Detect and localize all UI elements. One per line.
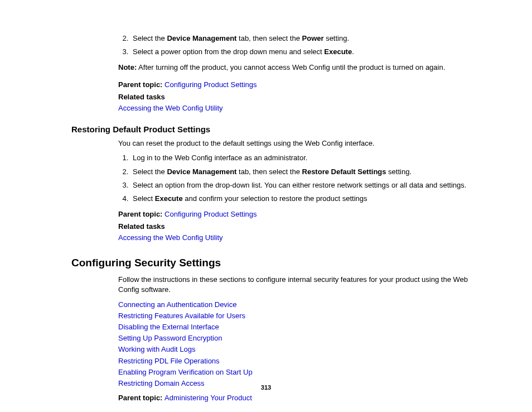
parent-topic-line: Parent topic: Configuring Product Settin… bbox=[118, 209, 476, 219]
related-task-link[interactable]: Accessing the Web Config Utility bbox=[118, 233, 223, 242]
steps-list-2: Log in to the Web Config interface as an… bbox=[118, 153, 476, 204]
related-tasks-heading: Related tasks bbox=[118, 222, 476, 232]
step-3: Select an option from the drop-down list… bbox=[130, 180, 476, 190]
text: . bbox=[352, 47, 354, 56]
bold: Restore Default Settings bbox=[302, 167, 386, 176]
parent-topic-label: Parent topic: bbox=[118, 394, 165, 402]
security-link[interactable]: Disabling the External Interface bbox=[118, 323, 219, 331]
related-task-link[interactable]: Accessing the Web Config Utility bbox=[118, 104, 223, 112]
text: tab, then select the bbox=[236, 167, 302, 176]
text: Select the bbox=[133, 34, 167, 42]
note-block: Note: After turning off the product, you… bbox=[118, 63, 476, 73]
related-tasks-heading: Related tasks bbox=[118, 92, 476, 102]
note-text: After turning off the product, you canno… bbox=[137, 63, 445, 71]
step-1: Log in to the Web Config interface as an… bbox=[130, 153, 476, 163]
step-4: Select Execute and confirm your selectio… bbox=[130, 194, 476, 204]
page-content: Select the Device Management tab, then s… bbox=[71, 33, 476, 403]
heading-restoring-defaults: Restoring Default Product Settings bbox=[71, 123, 476, 135]
section-restoring-defaults: You can reset the product to the default… bbox=[118, 138, 476, 243]
security-link[interactable]: Restricting PDL File Operations bbox=[118, 357, 220, 365]
text: Select a power option from the drop down… bbox=[133, 47, 324, 56]
steps-list-1: Select the Device Management tab, then s… bbox=[118, 33, 476, 57]
security-link[interactable]: Working with Audit Logs bbox=[118, 345, 196, 353]
page-number: 313 bbox=[0, 384, 532, 391]
parent-topic-link[interactable]: Administering Your Product bbox=[165, 394, 252, 402]
intro-text: Follow the instructions in these section… bbox=[118, 275, 476, 295]
bold: Device Management bbox=[167, 34, 236, 42]
section-power-steps: Select the Device Management tab, then s… bbox=[118, 33, 476, 113]
security-link[interactable]: Setting Up Password Encryption bbox=[118, 334, 222, 342]
bold: Device Management bbox=[167, 167, 236, 176]
note-label: Note: bbox=[118, 63, 137, 71]
text: tab, then select the bbox=[236, 34, 302, 42]
parent-topic-link[interactable]: Configuring Product Settings bbox=[165, 210, 257, 218]
text: setting. bbox=[324, 34, 350, 42]
document-page: Select the Device Management tab, then s… bbox=[0, 0, 532, 412]
security-link[interactable]: Connecting an Authentication Device bbox=[118, 300, 236, 309]
parent-topic-label: Parent topic: bbox=[118, 210, 165, 218]
security-link[interactable]: Restricting Features Available for Users bbox=[118, 312, 245, 320]
security-links-list: Connecting an Authentication Device Rest… bbox=[118, 300, 476, 389]
text: Select the bbox=[133, 167, 167, 176]
bold: Execute bbox=[324, 47, 352, 56]
heading-configuring-security: Configuring Security Settings bbox=[71, 256, 476, 271]
parent-topic-link[interactable]: Configuring Product Settings bbox=[165, 80, 257, 89]
parent-topic-label: Parent topic: bbox=[118, 80, 165, 89]
parent-topic-line: Parent topic: Configuring Product Settin… bbox=[118, 80, 476, 90]
intro-text: You can reset the product to the default… bbox=[118, 138, 476, 148]
step-3: Select a power option from the drop down… bbox=[130, 47, 476, 57]
parent-topic-line: Parent topic: Administering Your Product bbox=[118, 393, 476, 403]
security-link[interactable]: Enabling Program Verification on Start U… bbox=[118, 368, 253, 376]
bold: Power bbox=[302, 34, 324, 42]
text: setting. bbox=[386, 167, 412, 176]
step-2: Select the Device Management tab, then s… bbox=[130, 33, 476, 44]
text: Select bbox=[133, 194, 155, 203]
step-2: Select the Device Management tab, then s… bbox=[130, 167, 476, 177]
text: and confirm your selection to restore th… bbox=[183, 194, 367, 203]
bold: Execute bbox=[155, 194, 183, 203]
